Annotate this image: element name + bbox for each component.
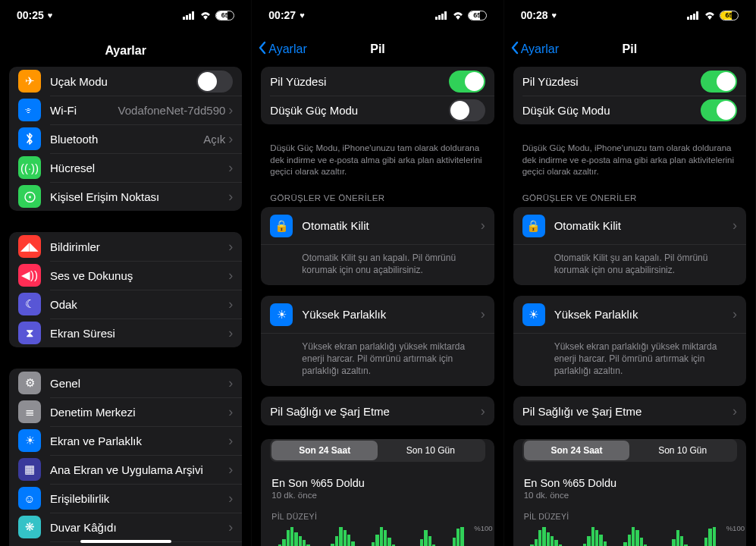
toggle-battery-percentage[interactable] <box>449 71 485 93</box>
insights-header: GÖRÜŞLER VE ÖNERİLER <box>504 193 755 207</box>
row-label: Odak <box>50 298 228 311</box>
settings-row-bildirimler[interactable]: ◢◣Bildirimler› <box>9 232 242 261</box>
row-label: Pil Yüzdesi <box>522 75 701 88</box>
settings-row-ki-isel-eri-im-noktas-[interactable]: ⨀Kişisel Erişim Noktası› <box>9 182 242 211</box>
insight-card[interactable]: ☀ Yüksek Parlaklık › Yüksek ekran parlak… <box>261 296 494 387</box>
insight-body: Otomatik Kilit şu an kapalı. Pil ömrünü … <box>513 244 746 285</box>
settings-row-ses-ve-dokunu-[interactable]: ◀))Ses ve Dokunuş› <box>9 261 242 290</box>
settings-row-h-cresel[interactable]: ((·))Hücresel› <box>9 153 242 182</box>
svg-rect-8 <box>687 17 689 20</box>
time-range-segmented[interactable]: Son 24 SaatSon 10 Gün <box>522 439 737 462</box>
chevron-right-icon: › <box>228 404 233 420</box>
lock-icon: 🔒 <box>270 215 293 237</box>
settings-row-u-ak-modu[interactable]: ✈Uçak Modu <box>9 67 242 96</box>
flower-icon: ❋ <box>18 516 41 538</box>
row-label: Hücresel <box>50 162 228 174</box>
sun-icon: ☀ <box>522 303 545 326</box>
row-label: Pil Sağlığı ve Şarj Etme <box>270 405 480 418</box>
settings-row-eri-ilebilirlik[interactable]: ☺Erişilebilirlik› <box>9 484 242 513</box>
settings-row-ekran-s-resi[interactable]: ⧗Ekran Süresi› <box>9 318 242 347</box>
status-bar: 00:25 ♥ 65 <box>0 0 251 30</box>
ylabel-100: %100 <box>474 524 492 532</box>
battery-indicator: 65 <box>215 11 234 20</box>
toggle-battery-percentage[interactable] <box>701 71 737 93</box>
settings-row-genel[interactable]: ⚙Genel› <box>9 369 242 397</box>
insight-card[interactable]: 🔒 Otomatik Kilit › Otomatik Kilit şu an … <box>261 207 494 285</box>
chevron-right-icon: › <box>228 325 233 341</box>
chevron-right-icon: › <box>228 375 233 391</box>
wifi-icon: ᯤ <box>18 99 41 121</box>
settings-row-odak[interactable]: ☾Odak› <box>9 290 242 318</box>
row-label: Uçak Modu <box>50 75 196 88</box>
chevron-right-icon: › <box>228 433 233 449</box>
seg-0[interactable]: Son 24 Saat <box>524 441 630 460</box>
svg-rect-7 <box>444 11 447 20</box>
grid-icon: ▦ <box>18 458 41 481</box>
insight-card[interactable]: 🔒 Otomatik Kilit › Otomatik Kilit şu an … <box>513 207 746 285</box>
status-bar: 00:28 ♥ 65 <box>504 0 755 30</box>
toggle-low-power-mode[interactable] <box>701 99 737 121</box>
ylabel-100: %100 <box>726 524 745 532</box>
row-label: Duvar Kâğıdı <box>50 521 228 534</box>
row-label: Wi-Fi <box>50 104 118 117</box>
chevron-right-icon: › <box>228 519 233 535</box>
chevron-right-icon: › <box>228 491 233 507</box>
last-charge-label: En Son %65 Doldu <box>524 477 736 489</box>
chevron-right-icon: › <box>481 403 485 419</box>
home-indicator[interactable] <box>80 540 171 543</box>
insight-title: Yüksek Parlaklık <box>554 308 732 321</box>
toggle-airplane[interactable] <box>196 71 233 93</box>
lock-icon: 🔒 <box>522 215 545 237</box>
low-power-mode-row[interactable]: Düşük Güç Modu <box>513 96 746 124</box>
settings-row-duvar-k-d-[interactable]: ❋Duvar Kâğıdı› <box>9 513 242 541</box>
signal-icon <box>687 11 700 20</box>
battery-level-label: PİL DÜZEYİ <box>261 501 494 524</box>
insight-body: Otomatik Kilit şu an kapalı. Pil ömrünü … <box>261 244 494 285</box>
chevron-right-icon: › <box>228 189 233 205</box>
settings-row-ana-ekran-ve-uygulama-ar-ivi[interactable]: ▦Ana Ekran ve Uygulama Arşivi› <box>9 455 242 484</box>
insights-header: GÖRÜŞLER VE ÖNERİLER <box>252 193 503 207</box>
toggle-low-power-mode[interactable] <box>449 99 485 121</box>
seg-0[interactable]: Son 24 Saat <box>271 441 378 460</box>
row-label: Erişilebilirlik <box>50 492 228 505</box>
battery-level-label: PİL DÜZEYİ <box>513 501 746 524</box>
sun-icon: ☀ <box>270 303 293 326</box>
wifi-icon <box>199 11 212 20</box>
signal-icon <box>435 11 448 20</box>
settings-row-wi-fi[interactable]: ᯤWi-FiVodafoneNet-7dd590› <box>9 96 242 124</box>
low-power-mode-row[interactable]: Düşük Güç Modu <box>261 96 494 124</box>
chevron-right-icon: › <box>228 297 233 312</box>
battery-percentage-row[interactable]: Pil Yüzdesi <box>513 67 746 96</box>
chevron-right-icon: › <box>228 268 233 284</box>
svg-rect-4 <box>435 17 438 20</box>
battery-health-row[interactable]: Pil Sağlığı ve Şarj Etme › <box>513 397 746 425</box>
back-button[interactable]: Ayarlar <box>510 41 559 58</box>
insight-card[interactable]: ☀ Yüksek Parlaklık › Yüksek ekran parlak… <box>513 296 746 387</box>
row-label: Bildirimler <box>50 240 228 253</box>
battery-percentage-row[interactable]: Pil Yüzdesi <box>261 67 494 96</box>
settings-row-ekran-ve-parlakl-k[interactable]: ☀Ekran ve Parlaklık› <box>9 426 242 455</box>
svg-rect-1 <box>186 15 188 20</box>
row-detail: VodafoneNet-7dd590 <box>118 104 226 117</box>
seg-1[interactable]: Son 10 Gün <box>378 441 484 460</box>
time-range-segmented[interactable]: Son 24 SaatSon 10 Gün <box>270 439 485 462</box>
row-label: Düşük Güç Modu <box>270 104 448 117</box>
sound-icon: ◀)) <box>18 264 41 287</box>
gear-icon: ⚙ <box>18 372 41 394</box>
acc-icon: ☺ <box>18 487 41 510</box>
battery-health-row[interactable]: Pil Sağlığı ve Şarj Etme › <box>261 397 494 425</box>
chevron-right-icon: › <box>228 160 233 176</box>
phone-battery-lpm-on: 00:28 ♥ 65 Ayarlar Pil Pil Yüzdesi <box>504 0 756 546</box>
battery-level-chart <box>522 526 716 546</box>
back-button[interactable]: Ayarlar <box>258 41 306 58</box>
chevron-right-icon: › <box>228 102 233 118</box>
battery-chart-section: Son 24 SaatSon 10 Gün En Son %65 Doldu 1… <box>261 439 494 546</box>
chevron-right-icon: › <box>732 403 737 419</box>
settings-row-bluetooth[interactable]: BluetoothAçık› <box>9 124 242 153</box>
settings-row-denetim-merkezi[interactable]: ≣Denetim Merkezi› <box>9 397 242 426</box>
row-label: Ana Ekran ve Uygulama Arşivi <box>50 463 228 476</box>
status-time: 00:28 <box>521 9 548 21</box>
heart-icon: ♥ <box>300 11 305 20</box>
signal-icon <box>183 11 196 20</box>
seg-1[interactable]: Son 10 Gün <box>629 441 736 460</box>
